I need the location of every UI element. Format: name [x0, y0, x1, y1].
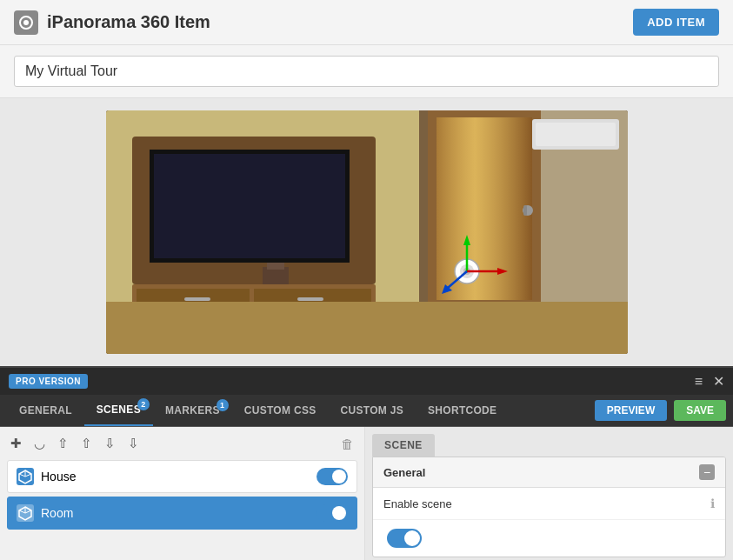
markers-badge: 1: [217, 399, 229, 411]
tour-name-input[interactable]: [14, 56, 719, 87]
enable-scene-toggle[interactable]: [387, 529, 422, 548]
svg-rect-24: [536, 123, 616, 146]
general-section-header: General −: [373, 457, 725, 488]
scene-item-house[interactable]: House: [7, 460, 357, 493]
delete-scene-button[interactable]: 🗑: [337, 435, 357, 453]
tabs-bar: GENERAL SCENES 2 MARKERS 1 CUSTOM CSS CU…: [0, 395, 733, 427]
svg-rect-16: [267, 263, 284, 270]
move-down-button[interactable]: ⇩: [101, 434, 119, 453]
pro-badge: PRO VERSION: [9, 374, 88, 389]
scene-settings-body: General − Enable scene ℹ: [372, 457, 726, 557]
scene-label-room: Room: [41, 506, 317, 520]
page-header: iPanorama 360 Item ADD ITEM: [0, 0, 733, 45]
tab-scenes[interactable]: SCENES 2: [84, 395, 153, 426]
content-area: ✚ ◡ ⇧ ⇧ ⇩ ⇩ 🗑 House: [0, 427, 733, 560]
svg-rect-7: [154, 154, 345, 258]
enable-scene-toggle-row: [373, 520, 725, 557]
panorama-icon: [14, 10, 38, 35]
general-section-title: General: [383, 466, 425, 479]
tab-general[interactable]: GENERAL: [7, 396, 84, 425]
info-icon: ℹ: [710, 497, 715, 510]
room-scene-svg: [106, 110, 628, 354]
page-title-group: iPanorama 360 Item: [14, 10, 210, 35]
tab-custom-js[interactable]: CUSTOM JS: [329, 396, 416, 425]
tour-name-section: [0, 45, 733, 98]
enable-scene-label: Enable scene: [383, 497, 452, 510]
scenes-panel: ✚ ◡ ⇧ ⇧ ⇩ ⇩ 🗑 House: [0, 427, 365, 560]
import-scene-button[interactable]: ⇩: [124, 434, 143, 453]
svg-rect-21: [523, 205, 527, 216]
preview-button[interactable]: PREVIEW: [595, 400, 667, 421]
move-up-button[interactable]: ⇧: [77, 434, 96, 453]
scenes-toolbar: ✚ ◡ ⇧ ⇧ ⇩ ⇩ 🗑: [7, 434, 357, 453]
pro-bar-icons: ≡ ✕: [695, 373, 724, 390]
bottom-panel: PRO VERSION ≡ ✕ GENERAL SCENES 2 MARKERS…: [0, 366, 733, 560]
enable-scene-row: Enable scene ℹ: [373, 488, 725, 520]
menu-icon[interactable]: ≡: [695, 374, 703, 390]
scene-item-room[interactable]: Room: [7, 497, 357, 530]
tab-markers[interactable]: MARKERS 1: [153, 396, 232, 425]
close-icon[interactable]: ✕: [713, 373, 724, 390]
scene-tab-label[interactable]: SCENE: [372, 434, 435, 457]
page-title: iPanorama 360 Item: [47, 12, 210, 32]
preview-image: [106, 110, 628, 354]
pro-bar: PRO VERSION ≡ ✕: [0, 368, 733, 395]
tabs-right-buttons: PREVIEW SAVE: [595, 395, 726, 426]
room-toggle[interactable]: [317, 504, 348, 522]
scene-label-house: House: [41, 470, 317, 483]
svg-rect-26: [106, 302, 628, 354]
scene-cube-icon: [17, 468, 34, 485]
add-item-button[interactable]: ADD ITEM: [633, 9, 719, 36]
svg-rect-12: [184, 297, 210, 301]
copy-scene-button[interactable]: ◡: [30, 434, 49, 453]
tab-shortcode[interactable]: SHORTCODE: [416, 396, 509, 425]
save-button[interactable]: SAVE: [674, 400, 726, 421]
scenes-badge: 2: [137, 398, 150, 410]
scene-cube-icon-room: [17, 504, 34, 522]
export-scene-button[interactable]: ⇧: [54, 434, 72, 453]
svg-rect-13: [297, 297, 323, 301]
scene-settings-panel: SCENE General − Enable scene ℹ: [365, 427, 733, 560]
preview-section: [0, 98, 733, 366]
house-toggle[interactable]: [317, 468, 348, 485]
collapse-general-button[interactable]: −: [699, 464, 715, 480]
tab-custom-css[interactable]: CUSTOM CSS: [232, 396, 329, 425]
svg-rect-19: [436, 117, 532, 300]
svg-point-2: [23, 20, 29, 25]
add-scene-button[interactable]: ✚: [7, 434, 25, 453]
